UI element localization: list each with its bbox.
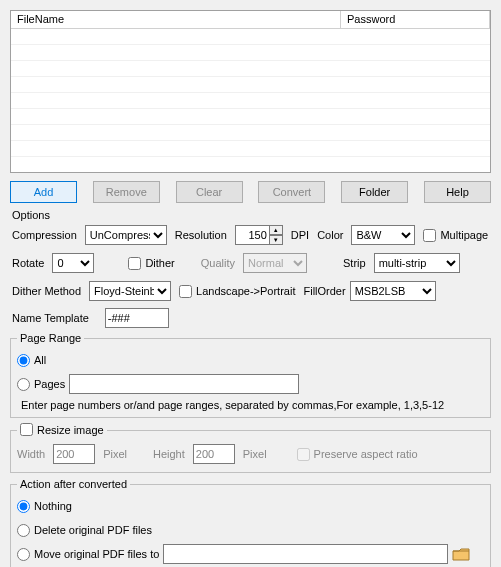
action-delete-label: Delete original PDF files xyxy=(34,524,152,536)
dither-checkbox[interactable]: Dither xyxy=(128,257,174,270)
page-range-all-label: All xyxy=(34,354,46,366)
multipage-label: Multipage xyxy=(440,229,488,241)
resize-group: Resize image Width Pixel Height Pixel Pr… xyxy=(10,423,491,473)
fillorder-select[interactable]: MSB2LSB xyxy=(350,281,436,301)
action-move-label: Move original PDF files to xyxy=(34,548,159,560)
landscape-portrait-checkbox[interactable]: Landscape->Portrait xyxy=(179,285,295,298)
table-row[interactable] xyxy=(11,45,490,61)
strip-label: Strip xyxy=(343,257,366,269)
page-range-pages-radio[interactable]: Pages xyxy=(17,378,65,391)
table-row[interactable] xyxy=(11,77,490,93)
button-bar: Add Remove Clear Convert Folder Help xyxy=(10,181,491,203)
rotate-label: Rotate xyxy=(12,257,44,269)
files-rows xyxy=(11,29,490,173)
resize-width-input xyxy=(53,444,95,464)
quality-label: Quality xyxy=(201,257,235,269)
files-table-header: FileName Password xyxy=(11,11,490,29)
folder-button[interactable]: Folder xyxy=(341,181,408,203)
resize-checkbox[interactable]: Resize image xyxy=(20,423,104,436)
resolution-down-icon[interactable]: ▼ xyxy=(269,235,283,245)
quality-select: Normal xyxy=(243,253,307,273)
table-row[interactable] xyxy=(11,29,490,45)
name-template-input[interactable] xyxy=(105,308,169,328)
resize-width-pixel: Pixel xyxy=(103,448,127,460)
page-range-group: Page Range All Pages Enter page numbers … xyxy=(10,332,491,418)
resolution-input[interactable] xyxy=(235,225,269,245)
page-range-pages-field[interactable] xyxy=(69,374,299,394)
clear-button[interactable]: Clear xyxy=(176,181,243,203)
table-row[interactable] xyxy=(11,141,490,157)
action-delete-input[interactable] xyxy=(17,524,30,537)
options-section: Options Compression UnCompressed Resolut… xyxy=(10,209,491,303)
table-row[interactable] xyxy=(11,157,490,173)
name-template-label: Name Template xyxy=(12,312,89,324)
page-range-pages-input[interactable] xyxy=(17,378,30,391)
table-row[interactable] xyxy=(11,61,490,77)
color-select[interactable]: B&W xyxy=(351,225,415,245)
dither-method-label: Dither Method xyxy=(12,285,81,297)
multipage-check-input[interactable] xyxy=(423,229,436,242)
resize-height-label: Height xyxy=(153,448,185,460)
action-title: Action after converted xyxy=(17,478,130,490)
preserve-aspect-label: Preserve aspect ratio xyxy=(314,448,418,460)
resize-title: Resize image xyxy=(37,424,104,436)
action-nothing-label: Nothing xyxy=(34,500,72,512)
preserve-aspect-input xyxy=(297,448,310,461)
landscape-portrait-input[interactable] xyxy=(179,285,192,298)
page-range-title: Page Range xyxy=(17,332,84,344)
help-button[interactable]: Help xyxy=(424,181,491,203)
landscape-portrait-label: Landscape->Portrait xyxy=(196,285,295,297)
dpi-label: DPI xyxy=(291,229,309,241)
multipage-checkbox[interactable]: Multipage xyxy=(423,229,488,242)
preserve-aspect-checkbox: Preserve aspect ratio xyxy=(297,448,418,461)
dither-check-input[interactable] xyxy=(128,257,141,270)
resolution-label: Resolution xyxy=(175,229,227,241)
page-range-all-radio[interactable]: All xyxy=(17,354,46,367)
action-nothing-input[interactable] xyxy=(17,500,30,513)
resolution-up-icon[interactable]: ▲ xyxy=(269,225,283,235)
table-row[interactable] xyxy=(11,125,490,141)
resolution-spinner[interactable]: ▲ ▼ xyxy=(235,225,283,245)
action-move-radio[interactable]: Move original PDF files to xyxy=(17,548,159,561)
table-row[interactable] xyxy=(11,93,490,109)
column-password[interactable]: Password xyxy=(341,11,490,29)
fillorder-label: FillOrder xyxy=(303,285,345,297)
action-delete-radio[interactable]: Delete original PDF files xyxy=(17,524,152,537)
convert-button[interactable]: Convert xyxy=(258,181,325,203)
resize-check-input[interactable] xyxy=(20,423,33,436)
remove-button[interactable]: Remove xyxy=(93,181,160,203)
action-group: Action after converted Nothing Delete or… xyxy=(10,478,491,567)
action-move-path-input xyxy=(163,544,448,564)
action-move-input[interactable] xyxy=(17,548,30,561)
resize-width-label: Width xyxy=(17,448,45,460)
browse-move-folder-icon[interactable] xyxy=(452,546,470,562)
page-range-note: Enter page numbers or/and page ranges, s… xyxy=(21,399,484,411)
compression-select[interactable]: UnCompressed xyxy=(85,225,167,245)
rotate-select[interactable]: 0 xyxy=(52,253,94,273)
color-label: Color xyxy=(317,229,343,241)
resize-height-input xyxy=(193,444,235,464)
strip-select[interactable]: multi-strip xyxy=(374,253,460,273)
dither-method-select[interactable]: Floyd-Steinberg xyxy=(89,281,171,301)
column-filename[interactable]: FileName xyxy=(11,11,341,29)
dither-label: Dither xyxy=(145,257,174,269)
add-button[interactable]: Add xyxy=(10,181,77,203)
page-range-all-input[interactable] xyxy=(17,354,30,367)
table-row[interactable] xyxy=(11,109,490,125)
compression-label: Compression xyxy=(12,229,77,241)
files-table[interactable]: FileName Password xyxy=(10,10,491,173)
page-range-pages-label: Pages xyxy=(34,378,65,390)
options-title: Options xyxy=(12,209,491,221)
action-nothing-radio[interactable]: Nothing xyxy=(17,500,72,513)
resize-height-pixel: Pixel xyxy=(243,448,267,460)
